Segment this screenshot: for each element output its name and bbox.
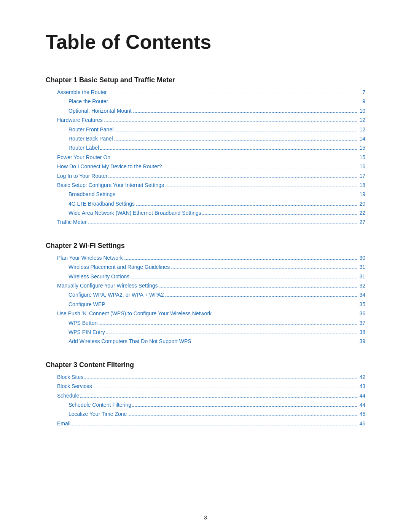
toc-link[interactable]: Hardware Features: [57, 116, 103, 124]
toc-link[interactable]: Manually Configure Your Wireless Setting…: [57, 281, 158, 290]
toc-page-number: 9: [362, 97, 365, 105]
toc-page-number: 44: [359, 401, 365, 409]
toc-dots: [72, 425, 358, 425]
toc-dots: [136, 205, 358, 206]
toc-entry: Email46: [46, 419, 365, 428]
toc-entry: Schedule Content Filtering44: [46, 401, 365, 409]
toc-link[interactable]: Localize Your Time Zone: [68, 410, 127, 418]
toc-entry: Basic Setup: Configure Your Internet Set…: [46, 181, 365, 189]
toc-link[interactable]: Basic Setup: Configure Your Internet Set…: [57, 181, 164, 189]
toc-page-number: 12: [359, 125, 365, 134]
toc-link[interactable]: WPS PIN Entry: [68, 328, 105, 336]
toc-link[interactable]: Broadband Settings: [68, 190, 115, 198]
chapter-section-3: Chapter 3 Content FilteringBlock Sites42…: [46, 361, 365, 428]
toc-link[interactable]: Power Your Router On: [57, 153, 110, 161]
toc-link[interactable]: Block Services: [57, 382, 92, 390]
toc-page-number: 31: [359, 272, 365, 281]
toc-page-number: 35: [359, 300, 365, 308]
toc-link[interactable]: Block Sites: [57, 373, 83, 381]
toc-page-number: 14: [359, 134, 365, 143]
toc-link[interactable]: Router Front Panel: [68, 125, 113, 134]
toc-entry: Traffic Meter27: [46, 218, 365, 226]
toc-page-number: 30: [359, 254, 365, 262]
toc-page-number: 38: [359, 328, 365, 336]
toc-entry: Use Push 'N' Connect (WPS) to Configure …: [46, 309, 365, 318]
toc-link[interactable]: Add Wireless Computers That Do Not Suppo…: [68, 337, 191, 345]
toc-link[interactable]: Configure WEP: [68, 300, 105, 308]
toc-dots: [93, 388, 358, 388]
toc-link[interactable]: Optional: Horizontal Mount: [68, 107, 132, 115]
toc-entry: Wireless Security Options31: [46, 272, 365, 281]
toc-page-number: 20: [359, 200, 365, 208]
toc-link[interactable]: Assemble the Router: [57, 88, 107, 96]
toc-link[interactable]: WPS Button: [68, 319, 97, 327]
toc-dots: [108, 177, 358, 178]
toc-dots: [104, 121, 358, 122]
toc-dots: [165, 296, 358, 297]
toc-link[interactable]: Wireless Placement and Range Guidelines: [68, 263, 170, 271]
footer-line: [23, 509, 388, 509]
toc-link[interactable]: Schedule: [57, 391, 79, 400]
toc-dots: [128, 415, 358, 416]
toc-link[interactable]: Email: [57, 419, 70, 428]
toc-entry: Block Sites42: [46, 373, 365, 381]
toc-dots: [84, 379, 358, 379]
toc-entry: Router Back Panel14: [46, 134, 365, 143]
toc-dots: [99, 324, 358, 325]
toc-dots: [115, 131, 358, 131]
toc-entry: WPS Button37: [46, 319, 365, 327]
toc-link[interactable]: Configure WPA, WPA2, or WPA + WPA2: [68, 291, 164, 299]
toc-entry: Configure WEP35: [46, 300, 365, 308]
toc-page-number: 36: [359, 309, 365, 318]
toc-link[interactable]: How Do I Connect My Device to the Router…: [57, 162, 162, 171]
toc-page-number: 7: [362, 88, 365, 96]
toc-dots: [106, 306, 358, 306]
toc-page-number: 17: [359, 172, 365, 180]
toc-link[interactable]: Schedule Content Filtering: [68, 401, 131, 409]
toc-dots: [159, 287, 358, 288]
footer-page: 3: [204, 514, 207, 521]
toc-container: Chapter 1 Basic Setup and Traffic MeterA…: [46, 76, 365, 428]
toc-dots: [112, 159, 358, 159]
toc-dots: [124, 259, 358, 260]
toc-dots: [165, 187, 358, 187]
toc-link[interactable]: Router Label: [68, 144, 99, 152]
toc-entry: Schedule44: [46, 391, 365, 400]
toc-entry: Wide Area Network (WAN) Ethernet Broadba…: [46, 209, 365, 217]
toc-page-number: 42: [359, 373, 365, 381]
toc-dots: [106, 334, 358, 334]
toc-link[interactable]: Traffic Meter: [57, 218, 87, 226]
toc-page-number: 19: [359, 190, 365, 198]
toc-page-number: 43: [359, 382, 365, 390]
toc-page-number: 10: [359, 107, 365, 115]
toc-dots: [133, 112, 358, 113]
toc-link[interactable]: Plan Your Wireless Network: [57, 254, 123, 262]
toc-page-number: 39: [359, 337, 365, 345]
toc-page-number: 44: [359, 391, 365, 400]
toc-link[interactable]: Place the Router: [68, 97, 108, 105]
chapter-heading-3: Chapter 3 Content Filtering: [46, 361, 365, 369]
toc-link[interactable]: Log In to Your Router: [57, 172, 107, 180]
toc-entry: Hardware Features12: [46, 116, 365, 124]
toc-entry: Place the Router9: [46, 97, 365, 105]
toc-link[interactable]: 4G LTE Broadband Settings: [68, 200, 135, 208]
toc-page-number: 34: [359, 291, 365, 299]
toc-entry: 4G LTE Broadband Settings20: [46, 200, 365, 208]
toc-page-number: 32: [359, 281, 365, 290]
toc-link[interactable]: Router Back Panel: [68, 134, 113, 143]
toc-link[interactable]: Wide Area Network (WAN) Ethernet Broadba…: [68, 209, 201, 217]
toc-page-number: 18: [359, 181, 365, 189]
toc-dots: [108, 94, 361, 94]
toc-dots: [132, 406, 358, 407]
toc-entry: Optional: Horizontal Mount10: [46, 107, 365, 115]
toc-dots: [171, 268, 358, 269]
toc-page-number: 16: [359, 162, 365, 171]
toc-link[interactable]: Wireless Security Options: [68, 272, 129, 281]
toc-page-number: 12: [359, 116, 365, 124]
chapter-heading-2: Chapter 2 Wi-Fi Settings: [46, 242, 365, 250]
toc-link[interactable]: Use Push 'N' Connect (WPS) to Configure …: [57, 309, 212, 318]
toc-dots: [202, 214, 358, 215]
toc-entry: Block Services43: [46, 382, 365, 390]
toc-page-number: 22: [359, 209, 365, 217]
toc-entry: Router Front Panel12: [46, 125, 365, 134]
